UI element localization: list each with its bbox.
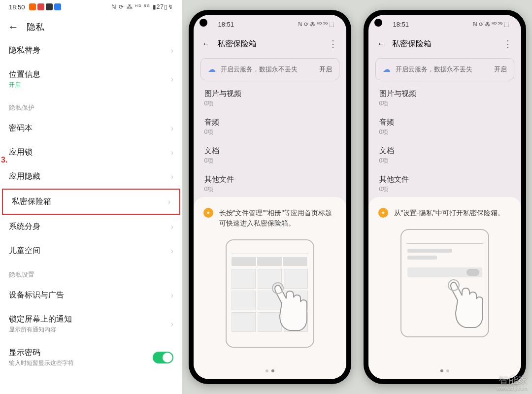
- status-time: 18:50: [9, 3, 25, 11]
- camera-hole: [374, 19, 382, 27]
- status-app-icons: [29, 3, 61, 10]
- cloud-icon: ☁: [383, 65, 391, 74]
- chevron-right-icon: ›: [171, 247, 173, 256]
- row-kids-space[interactable]: 儿童空间›: [0, 239, 182, 263]
- illustration: [396, 229, 494, 342]
- more-icon[interactable]: ⋮: [503, 38, 512, 49]
- enable-link[interactable]: 开启: [319, 65, 332, 74]
- onboarding-tip-sheet: ✦ 从"设置-隐私"中可打开私密保险箱。: [368, 197, 521, 379]
- watermark: 智能家 www.znj.com: [497, 374, 528, 391]
- status-system-icons: ℕ ⟳ ⁂ ᴴᴰ ⁵ᴳ ▮27▯↯: [111, 3, 173, 10]
- cat-audio[interactable]: 音频0项: [194, 113, 346, 141]
- settings-screenshot: 18:50 ℕ ⟳ ⁂ ᴴᴰ ⁵ᴳ ▮27▯↯ ← 隐私 隐私替身› 位置信息开…: [0, 0, 182, 394]
- chevron-right-icon: ›: [171, 46, 173, 55]
- page-title: 隐私: [27, 21, 44, 33]
- cloud-service-card[interactable]: ☁ 开启云服务，数据永不丢失 开启: [200, 58, 339, 80]
- step-marker: 3.: [1, 156, 7, 164]
- hand-icon: [441, 278, 485, 332]
- tip-text: 长按"文件管理""相册"等应用首页标题可快速进入私密保险箱。: [219, 208, 336, 229]
- page-dots: [368, 369, 521, 372]
- cat-other[interactable]: 其他文件0项: [194, 170, 346, 198]
- back-icon[interactable]: ←: [202, 39, 210, 48]
- page-header: ← 私密保险箱 ⋮: [368, 33, 521, 54]
- cloud-service-card[interactable]: ☁ 开启云服务，数据永不丢失 开启: [375, 58, 514, 80]
- enable-link[interactable]: 开启: [494, 65, 507, 74]
- chevron-right-icon: ›: [171, 223, 173, 231]
- row-location[interactable]: 位置信息开启›: [0, 63, 182, 96]
- phone-photo-b: 18:51ℕ ⟳ ⁂ ᴴᴰ ⁵ᴳ ⬚ ← 私密保险箱 ⋮ ☁ 开启云服务，数据永…: [357, 0, 532, 394]
- illustration: [221, 239, 319, 353]
- chevron-right-icon: ›: [171, 172, 173, 181]
- chevron-right-icon: ›: [168, 197, 170, 206]
- row-privacy-avatar[interactable]: 隐私替身›: [0, 38, 182, 63]
- section-privacy-protection: 隐私保护: [0, 96, 182, 116]
- chevron-right-icon: ›: [171, 148, 173, 157]
- bulb-icon: ✦: [378, 208, 388, 218]
- cat-images-video[interactable]: 图片与视频0项: [368, 84, 521, 113]
- hand-icon: [265, 281, 309, 335]
- cat-docs[interactable]: 文档0项: [368, 141, 521, 170]
- tip-text: 从"设置-隐私"中可打开私密保险箱。: [394, 208, 505, 218]
- chevron-right-icon: ›: [171, 124, 173, 133]
- cloud-icon: ☁: [208, 65, 216, 74]
- page-title: 私密保险箱: [217, 39, 322, 49]
- row-lockscreen-notif[interactable]: 锁定屏幕上的通知显示所有通知内容›: [0, 307, 182, 341]
- page-header: ← 私密保险箱 ⋮: [194, 33, 346, 54]
- status-bar: 18:50 ℕ ⟳ ⁂ ᴴᴰ ⁵ᴳ ▮27▯↯: [0, 0, 182, 14]
- cat-images-video[interactable]: 图片与视频0项: [194, 84, 346, 113]
- back-icon[interactable]: ←: [377, 39, 385, 48]
- phone-photo-a: 18:51ℕ ⟳ ⁂ ᴴᴰ ⁵ᴳ ⬚ ← 私密保险箱 ⋮ ☁ 开启云服务，数据永…: [182, 0, 357, 394]
- row-device-id-ads[interactable]: 设备标识与广告›: [0, 283, 182, 307]
- chevron-right-icon: ›: [171, 291, 173, 300]
- status-system-icons: ℕ ⟳ ⁂ ᴴᴰ ⁵ᴳ ⬚: [473, 21, 509, 28]
- status-bar: 18:51ℕ ⟳ ⁂ ᴴᴰ ⁵ᴳ ⬚: [368, 15, 521, 33]
- chevron-right-icon: ›: [171, 75, 173, 84]
- highlight-box: 私密保险箱›: [2, 189, 180, 215]
- row-app-hide[interactable]: 3.应用隐藏›: [0, 164, 182, 189]
- cat-docs[interactable]: 文档0项: [194, 141, 346, 170]
- row-password-book[interactable]: 密码本›: [0, 116, 182, 140]
- status-bar: 18:51ℕ ⟳ ⁂ ᴴᴰ ⁵ᴳ ⬚: [194, 15, 346, 33]
- cat-other[interactable]: 其他文件0项: [368, 170, 521, 198]
- chevron-right-icon: ›: [171, 320, 173, 328]
- row-private-safe[interactable]: 私密保险箱›: [3, 190, 179, 214]
- onboarding-tip-sheet: ✦ 长按"文件管理""相册"等应用首页标题可快速进入私密保险箱。: [194, 197, 346, 379]
- status-system-icons: ℕ ⟳ ⁂ ᴴᴰ ⁵ᴳ ⬚: [298, 21, 334, 28]
- page-dots: [194, 369, 346, 372]
- more-icon[interactable]: ⋮: [329, 38, 337, 49]
- page-header: ← 隐私: [0, 14, 182, 38]
- page-title: 私密保险箱: [392, 39, 497, 49]
- back-icon[interactable]: ←: [8, 21, 19, 33]
- toggle-switch[interactable]: [153, 352, 173, 363]
- settings-list: 隐私替身› 位置信息开启› 隐私保护 密码本› 应用锁› 3.应用隐藏› 私密保…: [0, 38, 182, 394]
- row-app-lock[interactable]: 应用锁›: [0, 140, 182, 164]
- row-show-password[interactable]: 显示密码输入时短暂显示这些字符: [0, 341, 182, 374]
- bulb-icon: ✦: [203, 208, 213, 218]
- cat-audio[interactable]: 音频0项: [368, 113, 521, 141]
- section-privacy-settings: 隐私设置: [0, 263, 182, 283]
- row-system-clone[interactable]: 系统分身›: [0, 215, 182, 239]
- camera-hole: [200, 19, 207, 27]
